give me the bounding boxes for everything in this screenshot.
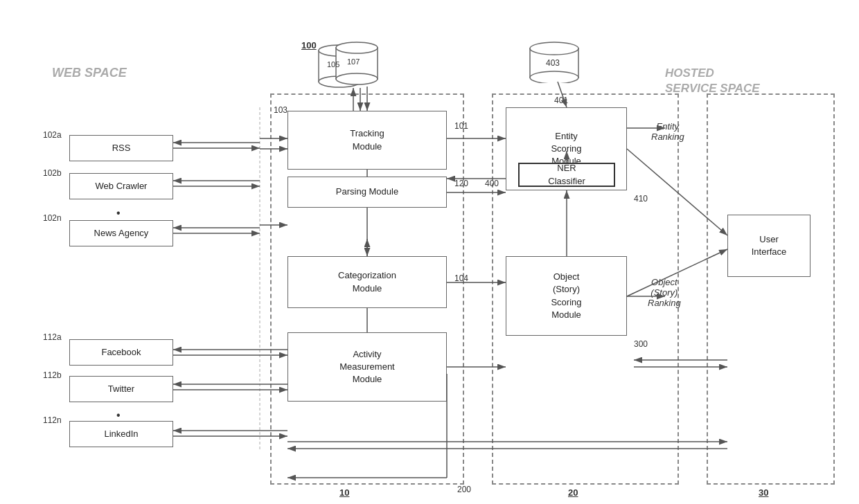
facebook-box: Facebook <box>69 339 173 366</box>
ref-100: 100 <box>301 40 317 51</box>
ref-200: 200 <box>457 485 471 494</box>
database-cylinder-403: 403 <box>526 38 589 83</box>
svg-text:107: 107 <box>347 57 360 66</box>
entity-ranking-label: EntityRanking <box>651 121 684 142</box>
ref-300: 300 <box>634 339 648 349</box>
ref-102b: 102b <box>43 168 62 178</box>
hosted-service-label: HOSTEDSERVICE SPACE <box>665 66 804 96</box>
linkedin-box: LinkedIn <box>69 421 173 447</box>
database-cylinder-top: 105 107 <box>315 38 412 90</box>
rss-box: RSS <box>69 135 173 161</box>
ref-400: 400 <box>485 179 499 188</box>
ref-102n: 102n <box>43 213 62 223</box>
diagram: WEB SPACE HOSTEDSERVICE SPACE 10 20 30 1… <box>0 0 859 504</box>
system-box-30 <box>707 93 835 485</box>
news-agency-box: News Agency <box>69 220 173 246</box>
web-space-label: WEB SPACE <box>52 66 127 80</box>
ref-112a: 112a <box>43 332 62 342</box>
svg-text:105: 105 <box>327 60 339 69</box>
twitter-box: Twitter <box>69 376 173 402</box>
user-interface-box: User Interface <box>727 215 811 277</box>
ref-102a: 102a <box>43 130 62 140</box>
svg-point-10 <box>530 71 578 83</box>
categorization-module-box: Categorization Module <box>287 256 447 308</box>
svg-point-4 <box>336 42 378 53</box>
ref-120: 120 <box>454 179 468 188</box>
activity-measurement-box: Activity Measurement Module <box>287 332 447 402</box>
object-ranking-label: Object(Story)Ranking <box>648 277 681 308</box>
object-scoring-box: Object (Story) Scoring Module <box>506 256 627 336</box>
ref-410: 410 <box>634 194 648 204</box>
ref-112n: 112n <box>43 415 62 425</box>
ref-10: 10 <box>339 487 349 498</box>
ref-104: 104 <box>454 273 468 283</box>
svg-text:403: 403 <box>546 58 560 68</box>
svg-point-5 <box>336 73 378 84</box>
ref-103: 103 <box>274 105 287 115</box>
web-crawler-box: Web Crawler <box>69 173 173 199</box>
ref-401: 401 <box>554 96 568 105</box>
ner-classifier-box: NER Classifier <box>518 163 615 187</box>
ref-112b: 112b <box>43 370 62 380</box>
ref-20: 20 <box>568 487 578 498</box>
ref-101: 101 <box>454 121 468 131</box>
svg-point-9 <box>530 42 578 55</box>
tracking-module-box: Tracking Module <box>287 111 447 170</box>
ref-30: 30 <box>759 487 768 498</box>
parsing-module-box: Parsing Module <box>287 177 447 208</box>
